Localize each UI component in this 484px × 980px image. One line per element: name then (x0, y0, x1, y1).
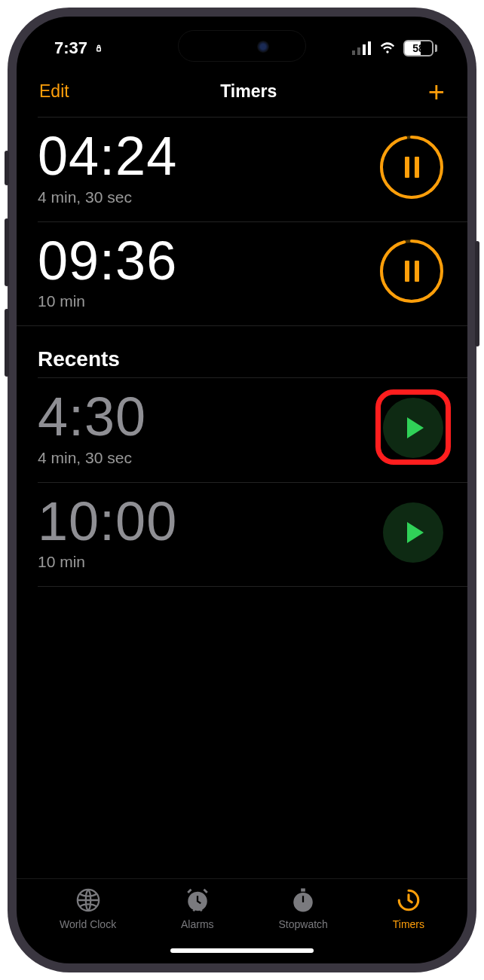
tab-label: Stopwatch (278, 918, 327, 930)
active-timer-row[interactable]: 09:36 10 min (17, 222, 467, 326)
pause-button[interactable] (380, 136, 443, 199)
wifi-icon (378, 41, 397, 56)
nav-bar: Edit Timers + (17, 69, 467, 117)
timer-remaining: 04:24 (38, 128, 177, 185)
recent-time: 4:30 (38, 389, 146, 446)
active-timer-row[interactable]: 04:24 4 min, 30 sec (17, 118, 467, 221)
recent-duration: 10 min (38, 553, 177, 571)
svg-point-9 (293, 893, 313, 912)
page-title: Timers (220, 81, 277, 102)
pause-icon (405, 261, 419, 282)
svg-rect-3 (363, 44, 366, 55)
svg-rect-10 (301, 888, 305, 891)
globe-icon (75, 887, 102, 914)
screen: 7:37 58 Edit Timers + 04:24 4 (17, 17, 467, 963)
tab-label: Alarms (181, 918, 214, 930)
orientation-lock-icon (92, 41, 106, 55)
recent-timer-row[interactable]: 4:30 4 min, 30 sec (17, 378, 467, 482)
recent-time: 10:00 (38, 493, 177, 551)
svg-rect-4 (368, 41, 371, 55)
recent-timer-row[interactable]: 10:00 10 min (17, 483, 467, 587)
status-time: 7:37 (54, 38, 87, 58)
svg-rect-0 (97, 47, 101, 51)
tab-alarms[interactable]: Alarms (181, 887, 214, 930)
play-icon (407, 522, 424, 543)
recent-duration: 4 min, 30 sec (38, 449, 146, 467)
tab-world-clock[interactable]: World Clock (60, 887, 116, 930)
play-button[interactable] (383, 398, 443, 458)
cellular-icon (352, 41, 372, 55)
alarm-icon (184, 887, 211, 914)
tab-timers[interactable]: Timers (393, 887, 424, 930)
phone-frame: 7:37 58 Edit Timers + 04:24 4 (8, 8, 476, 972)
timer-duration: 10 min (38, 292, 177, 310)
tab-label: Timers (393, 918, 424, 930)
tab-bar: World Clock Alarms Stopwatch Timers (17, 878, 467, 938)
tab-label: World Clock (60, 918, 116, 930)
content: 04:24 4 min, 30 sec 09:36 10 min (17, 117, 467, 878)
dynamic-island (178, 30, 306, 62)
stopwatch-icon (289, 887, 317, 914)
add-button[interactable]: + (428, 84, 445, 100)
timer-duration: 4 min, 30 sec (38, 188, 177, 206)
tab-stopwatch[interactable]: Stopwatch (278, 887, 327, 930)
pause-icon (405, 157, 419, 178)
timer-icon (395, 887, 422, 914)
home-indicator[interactable] (17, 938, 467, 963)
battery-indicator: 58 (403, 40, 437, 56)
pause-button[interactable] (380, 240, 443, 303)
recents-header: Recents (17, 326, 467, 377)
timer-remaining: 09:36 (38, 233, 177, 290)
edit-button[interactable]: Edit (39, 81, 69, 102)
svg-rect-2 (357, 47, 360, 55)
annotation-highlight (375, 389, 451, 465)
play-button[interactable] (383, 502, 443, 563)
svg-rect-1 (352, 50, 355, 55)
